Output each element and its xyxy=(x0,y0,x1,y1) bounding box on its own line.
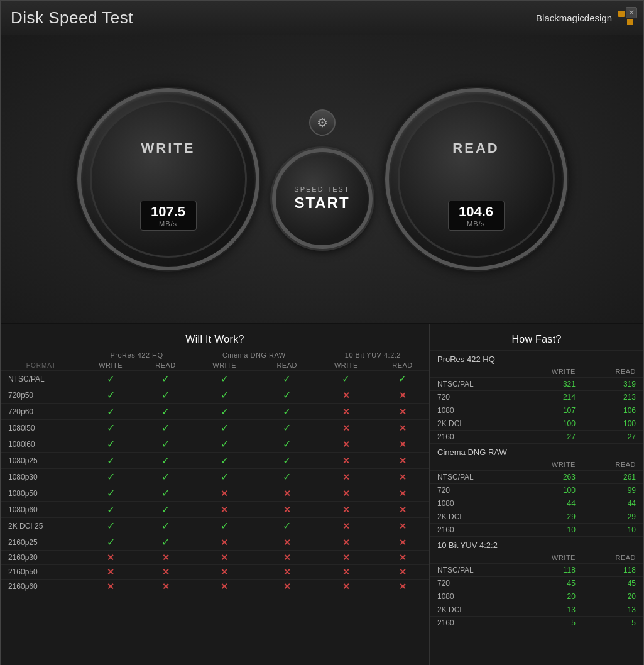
row-check-cell: ✓ xyxy=(139,518,192,534)
right-col-header: WRITE xyxy=(517,366,583,378)
yuv-read-header: READ xyxy=(376,360,429,371)
brand-area: Blackmagicdesign xyxy=(536,11,633,25)
row-check-cell: ✕ xyxy=(317,534,376,551)
right-write-value: 118 xyxy=(517,564,583,577)
brand-icon-cell xyxy=(618,19,625,25)
cross-icon: ✕ xyxy=(283,581,291,591)
right-data-row: 10802020 xyxy=(430,590,643,603)
check-icon: ✓ xyxy=(107,373,115,384)
right-col-header: WRITE xyxy=(517,459,583,471)
row-check-cell: ✓ xyxy=(317,371,376,387)
row-check-cell: ✕ xyxy=(376,420,429,436)
row-check-cell: ✕ xyxy=(192,485,258,502)
right-write-value: 20 xyxy=(517,590,583,603)
right-table: ProRes 422 HQWRITEREADNTSC/PAL3213197202… xyxy=(430,350,643,629)
row-check-cell: ✓ xyxy=(139,485,192,502)
right-data-row: 720214213 xyxy=(430,391,643,404)
cross-icon: ✕ xyxy=(342,581,350,591)
right-data-row: 1080107106 xyxy=(430,404,643,417)
row-format-label: 720p50 xyxy=(1,387,82,404)
check-icon: ✓ xyxy=(221,439,229,449)
cross-icon: ✕ xyxy=(342,567,350,577)
cinema-write-header: WRITE xyxy=(192,360,258,371)
cross-icon: ✕ xyxy=(342,472,350,482)
check-icon: ✓ xyxy=(221,390,229,400)
left-table-row: 2K DCI 25✓✓✓✓✕✕ xyxy=(1,518,429,534)
right-data-row: 2K DCI100100 xyxy=(430,417,643,431)
left-table-body: NTSC/PAL✓✓✓✓✓✓720p50✓✓✓✓✕✕720p60✓✓✓✓✕✕10… xyxy=(1,371,429,594)
write-gauge-label: WRITE xyxy=(141,140,195,157)
row-check-cell: ✕ xyxy=(192,551,258,565)
cross-icon: ✕ xyxy=(342,390,350,400)
check-icon: ✓ xyxy=(283,455,291,466)
right-write-value: 214 xyxy=(517,391,583,404)
right-write-value: 107 xyxy=(517,404,583,417)
check-icon: ✓ xyxy=(283,520,291,531)
check-icon: ✓ xyxy=(398,373,407,384)
cross-icon: ✕ xyxy=(342,456,350,466)
right-data-row: 216055 xyxy=(430,617,643,630)
right-header-row: WRITEREAD xyxy=(430,366,643,378)
row-check-cell: ✕ xyxy=(258,534,317,551)
right-row-label: 720 xyxy=(430,391,517,404)
read-value: 104.6 xyxy=(456,204,496,220)
read-gauge-outer: READ 104.6 MB/s xyxy=(385,88,567,270)
row-check-cell: ✕ xyxy=(258,551,317,565)
row-check-cell: ✕ xyxy=(192,502,258,518)
row-check-cell: ✓ xyxy=(82,404,139,420)
right-section-title: ProRes 422 HQ xyxy=(430,351,643,366)
row-check-cell: ✓ xyxy=(82,469,139,485)
right-row-label: 2160 xyxy=(430,431,517,444)
right-section-title-row: ProRes 422 HQ xyxy=(430,351,643,366)
row-check-cell: ✓ xyxy=(82,387,139,404)
cross-icon: ✕ xyxy=(342,505,350,515)
prores-read-header: READ xyxy=(139,360,192,371)
right-header-row: WRITEREAD xyxy=(430,552,643,564)
speed-test-button[interactable]: SPEED TEST START xyxy=(272,148,373,249)
close-button[interactable]: ✕ xyxy=(626,7,637,18)
check-icon: ✓ xyxy=(221,455,229,466)
row-check-cell: ✓ xyxy=(258,404,317,420)
row-check-cell: ✕ xyxy=(139,580,192,594)
row-check-cell: ✓ xyxy=(82,534,139,551)
row-check-cell: ✕ xyxy=(376,551,429,565)
cross-icon: ✕ xyxy=(399,423,407,433)
right-data-row: 21602727 xyxy=(430,431,643,444)
row-check-cell: ✕ xyxy=(82,580,139,594)
right-panel: How Fast? ProRes 422 HQWRITEREADNTSC/PAL… xyxy=(430,324,643,665)
right-panel-title: How Fast? xyxy=(430,331,643,350)
yuv-header: 10 Bit YUV 4:2:2 xyxy=(317,350,429,360)
check-icon: ✓ xyxy=(221,520,229,531)
check-icon: ✓ xyxy=(283,406,291,417)
read-unit: MB/s xyxy=(456,220,496,228)
check-icon: ✓ xyxy=(161,373,170,384)
left-table-row: 1080p25✓✓✓✓✕✕ xyxy=(1,453,429,469)
right-section-title-row: Cinema DNG RAW xyxy=(430,444,643,459)
right-read-value: 5 xyxy=(583,617,643,630)
row-check-cell: ✕ xyxy=(317,551,376,565)
cross-icon: ✕ xyxy=(107,581,114,591)
cross-icon: ✕ xyxy=(399,581,407,591)
cross-icon: ✕ xyxy=(221,488,228,498)
row-check-cell: ✓ xyxy=(139,469,192,485)
row-check-cell: ✓ xyxy=(82,502,139,518)
left-table: ProRes 422 HQ Cinema DNG RAW 10 Bit YUV … xyxy=(1,350,429,593)
left-table-row: 2160p25✓✓✕✕✕✕ xyxy=(1,534,429,551)
cross-icon: ✕ xyxy=(162,581,170,591)
row-check-cell: ✕ xyxy=(192,534,258,551)
settings-button[interactable]: ⚙ xyxy=(309,109,336,136)
cross-icon: ✕ xyxy=(342,423,350,433)
cross-icon: ✕ xyxy=(221,552,228,563)
cross-icon: ✕ xyxy=(399,390,407,400)
row-check-cell: ✕ xyxy=(82,565,139,580)
right-section-title: Cinema DNG RAW xyxy=(430,444,643,459)
right-row-label: NTSC/PAL xyxy=(430,378,517,391)
row-check-cell: ✕ xyxy=(192,580,258,594)
right-row-label: 2K DCI xyxy=(430,417,517,431)
format-col-header: FORMAT xyxy=(1,360,82,371)
row-check-cell: ✕ xyxy=(317,518,376,534)
row-check-cell: ✓ xyxy=(376,371,429,387)
cross-icon: ✕ xyxy=(399,521,407,531)
check-icon: ✓ xyxy=(107,406,115,417)
right-row-label: 2160 xyxy=(430,524,517,537)
